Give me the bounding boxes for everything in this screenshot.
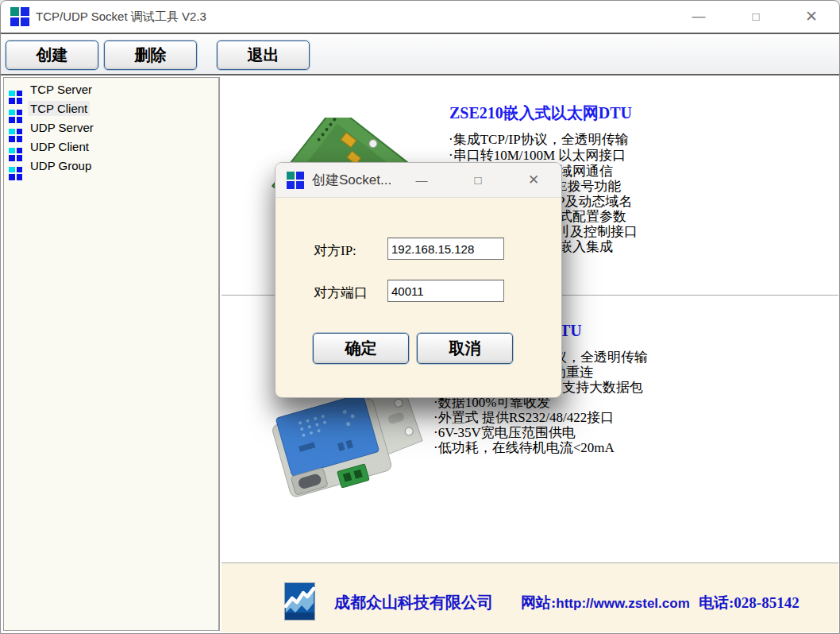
maximize-icon[interactable]: □ xyxy=(742,5,769,29)
tree-item-label: UDP Server xyxy=(28,120,96,135)
dialog-app-icon xyxy=(287,172,304,189)
minimize-icon[interactable]: — xyxy=(685,5,712,29)
socket-tree-panel: TCP Server TCP Client UDP Server UDP Cli… xyxy=(3,77,220,631)
tree-item-label: UDP Group xyxy=(28,158,94,173)
dialog-maximize-icon[interactable]: □ xyxy=(468,171,487,190)
website-label: 网站: xyxy=(521,593,556,613)
app-window: TCP/UDP Socket 调试工具 V2.3 — □ ✕ 创建 删除 退出 … xyxy=(0,0,840,634)
toolbar-divider xyxy=(1,74,839,75)
dialog-minimize-icon[interactable]: — xyxy=(412,171,431,190)
product2-title-fragment: TU xyxy=(560,322,582,340)
create-button[interactable]: 创建 xyxy=(6,41,98,70)
cancel-button[interactable]: 取消 xyxy=(417,333,513,364)
sidebar-item-udp-group[interactable]: UDP Group xyxy=(4,157,218,176)
product2-bullet: ·低功耗，在线待机电流<20mA xyxy=(433,439,615,457)
sidebar-item-udp-client[interactable]: UDP Client xyxy=(4,137,218,157)
website-group: 网站: http://www.zstel.com xyxy=(521,593,690,613)
company-logo xyxy=(284,582,315,620)
sidebar-item-tcp-client[interactable]: TCP Client xyxy=(4,99,218,118)
create-socket-dialog: 创建Socket... — □ ✕ 对方IP: 对方端口 确定 取消 xyxy=(275,162,562,398)
peer-ip-label: 对方IP: xyxy=(314,242,356,260)
tree-item-label: TCP Client xyxy=(28,101,90,116)
app-icon xyxy=(10,7,29,26)
sidebar-item-tcp-server[interactable]: TCP Server xyxy=(4,80,218,99)
product2-bullet-fragment: 支持大数据包 xyxy=(562,378,643,396)
dialog-close-icon[interactable]: ✕ xyxy=(524,171,543,190)
exit-button[interactable]: 退出 xyxy=(217,41,310,70)
socket-node-icon xyxy=(9,167,22,180)
toolbar: 创建 删除 退出 xyxy=(1,34,839,74)
dialog-title-bar[interactable]: 创建Socket... — □ ✕ xyxy=(276,163,561,198)
window-title: TCP/UDP Socket 调试工具 V2.3 xyxy=(36,1,206,33)
peer-port-input[interactable] xyxy=(387,280,504,302)
dialog-title: 创建Socket... xyxy=(312,163,391,198)
ok-button[interactable]: 确定 xyxy=(313,333,409,364)
delete-button[interactable]: 删除 xyxy=(104,41,197,70)
title-bar[interactable]: TCP/UDP Socket 调试工具 V2.3 — □ ✕ xyxy=(1,1,839,33)
tree-item-label: TCP Server xyxy=(28,82,94,97)
company-name: 成都众山科技有限公司 xyxy=(334,592,493,613)
peer-ip-input[interactable] xyxy=(387,238,504,260)
phone-number: 电话:028-85142 xyxy=(699,593,800,613)
close-icon[interactable]: ✕ xyxy=(798,5,825,29)
product1-bullet-fragment: 嵌入集成 xyxy=(559,238,613,256)
peer-port-label: 对方端口 xyxy=(314,284,368,302)
tree-item-label: UDP Client xyxy=(28,139,91,154)
product1-title: ZSE210嵌入式以太网DTU xyxy=(449,102,632,124)
dtu-product-image xyxy=(263,385,426,512)
footer-bar: 成都众山科技有限公司 网站: http://www.zstel.com 电话:0… xyxy=(222,563,838,632)
website-url[interactable]: http://www.zstel.com xyxy=(556,596,689,612)
sidebar-item-udp-server[interactable]: UDP Server xyxy=(4,118,218,137)
